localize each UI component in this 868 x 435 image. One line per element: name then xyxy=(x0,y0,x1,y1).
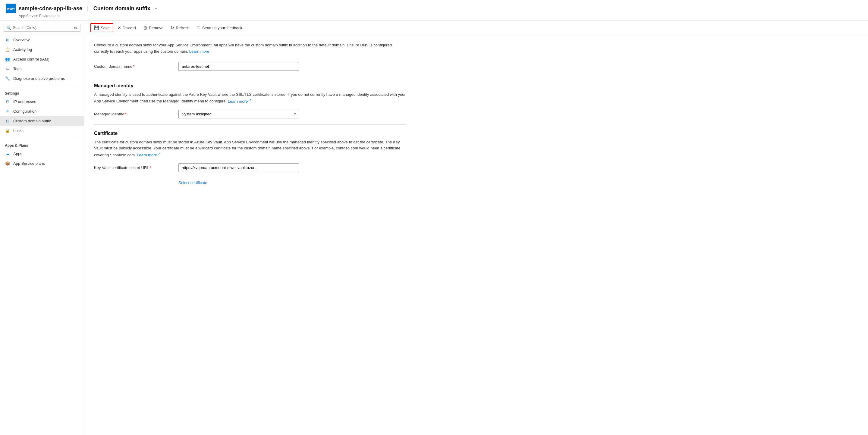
ip-addresses-icon: ⊟ xyxy=(5,99,10,104)
key-vault-url-input[interactable] xyxy=(179,163,299,172)
resource-name: sample-cdns-app-ilb-ase xyxy=(19,5,82,12)
refresh-button[interactable]: ↻ Refresh xyxy=(167,24,193,32)
sidebar-item-custom-domain-suffix[interactable]: ⊟ Custom domain suffix xyxy=(0,116,84,126)
app-service-plans-icon: 📦 xyxy=(5,161,10,166)
managed-identity-row: Managed identity* System assigned User a… xyxy=(94,110,406,119)
sidebar-item-locks[interactable]: 🔒 Locks xyxy=(0,126,84,135)
resource-icon: www xyxy=(6,4,16,13)
remove-button[interactable]: 🗑 Remove xyxy=(140,24,166,32)
custom-domain-name-row: Custom domain name* xyxy=(94,62,406,71)
diagnose-icon: 🔧 xyxy=(5,76,10,81)
managed-identity-select-wrapper: System assigned User assigned ▾ xyxy=(179,110,299,119)
activity-log-icon: 📋 xyxy=(5,47,10,52)
configuration-icon: ≡ xyxy=(5,108,10,114)
sidebar-item-configuration[interactable]: ≡ Configuration xyxy=(0,106,84,116)
title-separator: | xyxy=(87,5,89,12)
tags-icon: 🏷 xyxy=(5,66,10,71)
managed-identity-section-title: Managed identity xyxy=(94,83,406,89)
settings-section-label: Settings xyxy=(0,87,84,97)
certificate-description: The certificate for custom domain suffix… xyxy=(94,139,406,159)
search-icon: 🔍 xyxy=(6,26,11,30)
locks-icon: 🔒 xyxy=(5,128,10,133)
overview-icon: ⊞ xyxy=(5,37,10,42)
sidebar-item-overview[interactable]: ⊞ Overview xyxy=(0,35,84,44)
external-link-icon: ↗ xyxy=(249,98,251,102)
save-button[interactable]: 💾 Save xyxy=(90,23,113,32)
page-title: Custom domain suffix xyxy=(93,5,150,12)
key-vault-url-label: Key Vault certificate secret URL* xyxy=(94,165,179,170)
resource-subtitle: App Service Environment xyxy=(19,14,862,18)
feedback-icon: ♡ xyxy=(197,25,201,30)
key-vault-url-row: Key Vault certificate secret URL* xyxy=(94,163,406,172)
description-learn-more-link[interactable]: Learn more xyxy=(189,49,209,54)
select-certificate-link[interactable]: Select certificate xyxy=(179,180,207,185)
collapse-sidebar-button[interactable]: ≪ xyxy=(73,25,78,30)
sidebar-item-diagnose[interactable]: 🔧 Diagnose and solve problems xyxy=(0,73,84,83)
feedback-button[interactable]: ♡ Send us your feedback xyxy=(194,24,245,32)
certificate-section-title: Certificate xyxy=(94,131,406,136)
save-icon: 💾 xyxy=(94,25,99,30)
discard-button[interactable]: ✕ Discard xyxy=(115,24,139,32)
custom-domain-name-input[interactable] xyxy=(179,62,299,71)
custom-domain-name-label: Custom domain name* xyxy=(94,64,179,69)
cert-external-link-icon: ↗ xyxy=(158,152,160,156)
sidebar-item-access-control[interactable]: 👥 Access control (IAM) xyxy=(0,54,84,64)
custom-domain-suffix-icon: ⊟ xyxy=(5,118,10,124)
sidebar-item-activity-log[interactable]: 📋 Activity log xyxy=(0,44,84,54)
managed-identity-select[interactable]: System assigned User assigned xyxy=(179,110,299,119)
sidebar-item-app-service-plans[interactable]: 📦 App Service plans xyxy=(0,159,84,168)
certificate-section: Certificate The certificate for custom d… xyxy=(94,131,406,185)
sidebar: 🔍 ≪ ⊞ Overview 📋 Activity log 👥 Access c… xyxy=(0,21,84,435)
remove-icon: 🗑 xyxy=(143,25,147,30)
page-content-area: Configure a custom domain suffix for you… xyxy=(84,35,416,192)
managed-identity-description: A managed identity is used to authentica… xyxy=(94,92,406,105)
apps-icon: ☁ xyxy=(5,151,10,156)
apps-plans-section-label: Apps & Plans xyxy=(0,139,84,149)
more-options-icon[interactable]: ··· xyxy=(153,6,157,11)
main-content: 💾 Save ✕ Discard 🗑 Remove ↻ Refresh ♡ Se… xyxy=(84,21,868,435)
sidebar-item-apps[interactable]: ☁ Apps xyxy=(0,149,84,159)
access-control-icon: 👥 xyxy=(5,56,10,62)
search-input[interactable] xyxy=(13,26,67,30)
toolbar: 💾 Save ✕ Discard 🗑 Remove ↻ Refresh ♡ Se… xyxy=(84,21,868,35)
managed-identity-learn-more-link[interactable]: Learn more ↗ xyxy=(228,99,251,104)
sidebar-item-tags[interactable]: 🏷 Tags xyxy=(0,64,84,73)
page-description: Configure a custom domain suffix for you… xyxy=(94,42,406,55)
sidebar-item-ip-addresses[interactable]: ⊟ IP addresses xyxy=(0,97,84,106)
page-header: www sample-cdns-app-ilb-ase | Custom dom… xyxy=(0,0,868,21)
discard-icon: ✕ xyxy=(118,25,121,30)
certificate-learn-more-link[interactable]: Learn more ↗ xyxy=(137,153,160,157)
sidebar-search-area: 🔍 ≪ xyxy=(0,21,84,35)
managed-identity-label: Managed identity* xyxy=(94,112,179,116)
refresh-icon: ↻ xyxy=(170,25,174,30)
